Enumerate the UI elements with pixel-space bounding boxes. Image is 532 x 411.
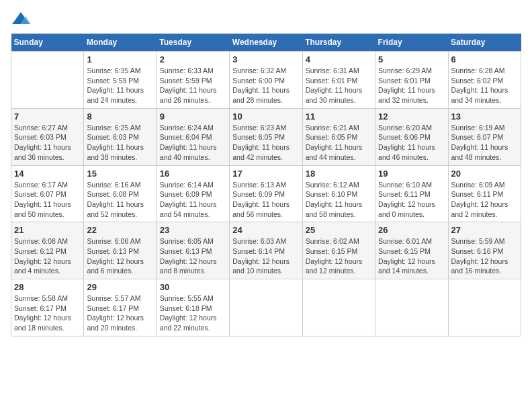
cell-content: Sunrise: 6:17 AM Sunset: 6:07 PM Dayligh… (14, 180, 81, 220)
calendar-cell: 15Sunrise: 6:16 AM Sunset: 6:08 PM Dayli… (84, 165, 157, 222)
day-number: 10 (232, 111, 299, 122)
calendar-cell (230, 279, 302, 336)
calendar-week-row: 1Sunrise: 6:35 AM Sunset: 5:59 PM Daylig… (11, 52, 521, 109)
day-number: 12 (378, 111, 445, 122)
day-number: 1 (87, 54, 153, 64)
calendar-cell: 13Sunrise: 6:19 AM Sunset: 6:07 PM Dayli… (448, 108, 521, 165)
day-number: 6 (451, 54, 518, 64)
calendar-cell: 29Sunrise: 5:57 AM Sunset: 6:17 PM Dayli… (84, 279, 157, 336)
day-number: 18 (306, 169, 372, 179)
day-number: 29 (87, 282, 153, 292)
column-header-sunday: Sunday (11, 34, 84, 52)
calendar-cell: 24Sunrise: 6:03 AM Sunset: 6:14 PM Dayli… (230, 222, 302, 279)
calendar-cell: 20Sunrise: 6:09 AM Sunset: 6:11 PM Dayli… (448, 165, 521, 222)
logo-icon (11, 11, 31, 27)
day-number: 14 (14, 169, 81, 179)
cell-content: Sunrise: 6:12 AM Sunset: 6:10 PM Dayligh… (306, 180, 372, 220)
day-number: 17 (232, 169, 299, 179)
day-number: 27 (451, 225, 518, 235)
page-header (11, 11, 521, 27)
day-number: 22 (87, 225, 153, 235)
cell-content: Sunrise: 6:09 AM Sunset: 6:11 PM Dayligh… (451, 180, 518, 220)
day-number: 8 (87, 111, 153, 122)
calendar-cell: 17Sunrise: 6:13 AM Sunset: 6:09 PM Dayli… (230, 165, 302, 222)
calendar-cell: 10Sunrise: 6:23 AM Sunset: 6:05 PM Dayli… (230, 108, 302, 165)
calendar-cell: 22Sunrise: 6:06 AM Sunset: 6:13 PM Dayli… (84, 222, 157, 279)
cell-content: Sunrise: 6:10 AM Sunset: 6:11 PM Dayligh… (378, 180, 445, 220)
calendar-cell: 23Sunrise: 6:05 AM Sunset: 6:13 PM Dayli… (157, 222, 229, 279)
day-number: 5 (378, 54, 445, 64)
calendar-cell: 8Sunrise: 6:25 AM Sunset: 6:03 PM Daylig… (84, 108, 157, 165)
day-number: 21 (14, 225, 81, 235)
cell-content: Sunrise: 6:35 AM Sunset: 5:59 PM Dayligh… (87, 66, 153, 105)
day-number: 4 (306, 54, 372, 64)
cell-content: Sunrise: 6:05 AM Sunset: 6:13 PM Dayligh… (160, 236, 226, 276)
cell-content: Sunrise: 6:25 AM Sunset: 6:03 PM Dayligh… (87, 123, 153, 163)
column-header-thursday: Thursday (302, 34, 375, 52)
cell-content: Sunrise: 5:59 AM Sunset: 6:16 PM Dayligh… (451, 236, 518, 276)
cell-content: Sunrise: 6:01 AM Sunset: 6:15 PM Dayligh… (378, 236, 445, 276)
calendar-cell: 30Sunrise: 5:55 AM Sunset: 6:18 PM Dayli… (157, 279, 229, 336)
calendar-cell: 6Sunrise: 6:28 AM Sunset: 6:02 PM Daylig… (448, 52, 521, 109)
column-header-saturday: Saturday (448, 34, 521, 52)
cell-content: Sunrise: 6:19 AM Sunset: 6:07 PM Dayligh… (451, 123, 518, 163)
calendar-cell: 27Sunrise: 5:59 AM Sunset: 6:16 PM Dayli… (448, 222, 521, 279)
day-number: 13 (451, 111, 518, 122)
cell-content: Sunrise: 5:55 AM Sunset: 6:18 PM Dayligh… (160, 293, 226, 333)
day-number: 7 (14, 111, 81, 122)
day-number: 16 (160, 169, 226, 179)
cell-content: Sunrise: 6:20 AM Sunset: 6:06 PM Dayligh… (378, 123, 445, 163)
cell-content: Sunrise: 6:14 AM Sunset: 6:09 PM Dayligh… (160, 180, 226, 220)
day-number: 3 (232, 54, 299, 64)
calendar-cell: 5Sunrise: 6:29 AM Sunset: 6:01 PM Daylig… (375, 52, 448, 109)
column-header-monday: Monday (84, 34, 157, 52)
cell-content: Sunrise: 6:21 AM Sunset: 6:05 PM Dayligh… (306, 123, 372, 163)
calendar-cell: 21Sunrise: 6:08 AM Sunset: 6:12 PM Dayli… (11, 222, 84, 279)
calendar-cell: 19Sunrise: 6:10 AM Sunset: 6:11 PM Dayli… (375, 165, 448, 222)
calendar-cell: 26Sunrise: 6:01 AM Sunset: 6:15 PM Dayli… (375, 222, 448, 279)
day-number: 20 (451, 169, 518, 179)
cell-content: Sunrise: 6:29 AM Sunset: 6:01 PM Dayligh… (378, 66, 445, 105)
calendar-cell: 25Sunrise: 6:02 AM Sunset: 6:15 PM Dayli… (302, 222, 375, 279)
column-header-tuesday: Tuesday (157, 34, 229, 52)
calendar-cell: 28Sunrise: 5:58 AM Sunset: 6:17 PM Dayli… (11, 279, 84, 336)
calendar-cell: 18Sunrise: 6:12 AM Sunset: 6:10 PM Dayli… (302, 165, 375, 222)
cell-content: Sunrise: 6:24 AM Sunset: 6:04 PM Dayligh… (160, 123, 226, 163)
cell-content: Sunrise: 6:13 AM Sunset: 6:09 PM Dayligh… (232, 180, 299, 220)
calendar-cell: 11Sunrise: 6:21 AM Sunset: 6:05 PM Dayli… (302, 108, 375, 165)
calendar-cell: 12Sunrise: 6:20 AM Sunset: 6:06 PM Dayli… (375, 108, 448, 165)
calendar-cell: 2Sunrise: 6:33 AM Sunset: 5:59 PM Daylig… (157, 52, 229, 109)
day-number: 30 (160, 282, 226, 292)
day-number: 25 (306, 225, 372, 235)
cell-content: Sunrise: 6:08 AM Sunset: 6:12 PM Dayligh… (14, 236, 81, 276)
logo (11, 11, 34, 27)
cell-content: Sunrise: 6:31 AM Sunset: 6:01 PM Dayligh… (306, 66, 372, 105)
cell-content: Sunrise: 6:03 AM Sunset: 6:14 PM Dayligh… (232, 236, 299, 276)
day-number: 19 (378, 169, 445, 179)
calendar-cell (448, 279, 521, 336)
cell-content: Sunrise: 6:16 AM Sunset: 6:08 PM Dayligh… (87, 180, 153, 220)
calendar-cell: 3Sunrise: 6:32 AM Sunset: 6:00 PM Daylig… (230, 52, 302, 109)
calendar-table: SundayMondayTuesdayWednesdayThursdayFrid… (11, 34, 521, 336)
cell-content: Sunrise: 6:27 AM Sunset: 6:03 PM Dayligh… (14, 123, 81, 163)
cell-content: Sunrise: 6:23 AM Sunset: 6:05 PM Dayligh… (232, 123, 299, 163)
day-number: 9 (160, 111, 226, 122)
day-number: 11 (306, 111, 372, 122)
calendar-cell (302, 279, 375, 336)
cell-content: Sunrise: 6:02 AM Sunset: 6:15 PM Dayligh… (306, 236, 372, 276)
calendar-cell: 9Sunrise: 6:24 AM Sunset: 6:04 PM Daylig… (157, 108, 229, 165)
calendar-week-row: 28Sunrise: 5:58 AM Sunset: 6:17 PM Dayli… (11, 279, 521, 336)
cell-content: Sunrise: 5:58 AM Sunset: 6:17 PM Dayligh… (14, 293, 81, 333)
calendar-cell: 1Sunrise: 6:35 AM Sunset: 5:59 PM Daylig… (84, 52, 157, 109)
cell-content: Sunrise: 5:57 AM Sunset: 6:17 PM Dayligh… (87, 293, 153, 333)
cell-content: Sunrise: 6:32 AM Sunset: 6:00 PM Dayligh… (232, 66, 299, 105)
cell-content: Sunrise: 6:33 AM Sunset: 5:59 PM Dayligh… (160, 66, 226, 105)
column-header-wednesday: Wednesday (230, 34, 302, 52)
calendar-week-row: 14Sunrise: 6:17 AM Sunset: 6:07 PM Dayli… (11, 165, 521, 222)
day-number: 26 (378, 225, 445, 235)
column-header-friday: Friday (375, 34, 448, 52)
cell-content: Sunrise: 6:28 AM Sunset: 6:02 PM Dayligh… (451, 66, 518, 105)
calendar-cell: 7Sunrise: 6:27 AM Sunset: 6:03 PM Daylig… (11, 108, 84, 165)
calendar-week-row: 21Sunrise: 6:08 AM Sunset: 6:12 PM Dayli… (11, 222, 521, 279)
calendar-week-row: 7Sunrise: 6:27 AM Sunset: 6:03 PM Daylig… (11, 108, 521, 165)
